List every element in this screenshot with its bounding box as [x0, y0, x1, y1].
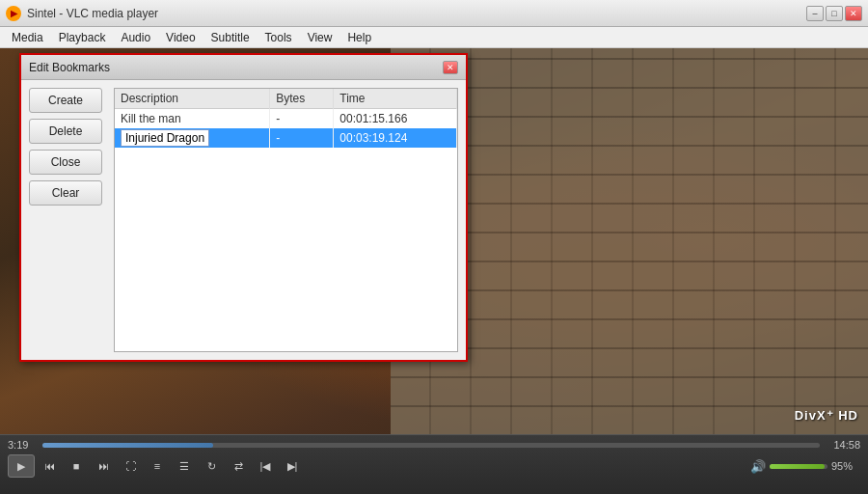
col-description: Description — [115, 89, 270, 109]
seek-bar-fill — [42, 443, 213, 448]
menu-audio[interactable]: Audio — [113, 29, 158, 46]
create-button[interactable]: Create — [29, 88, 102, 113]
menu-video[interactable]: Video — [158, 29, 203, 46]
clear-button[interactable]: Clear — [29, 180, 102, 206]
vlc-icon: ▶ — [6, 6, 21, 21]
menu-playback[interactable]: Playback — [51, 29, 114, 46]
minimize-button[interactable]: – — [806, 6, 824, 21]
divx-logo: DivX⁺ HD — [795, 408, 858, 423]
table-row[interactable]: Injuried Dragon - 00:03:19.124 — [115, 128, 457, 148]
prev-chapter-button[interactable]: ⏮ — [37, 455, 62, 477]
dialog-close-button[interactable]: ✕ — [443, 61, 458, 74]
next-frame-button[interactable]: ▶| — [280, 455, 305, 477]
row1-time: 00:01:15.166 — [334, 109, 457, 129]
maximize-button[interactable]: □ — [826, 6, 843, 21]
menu-media[interactable]: Media — [4, 29, 51, 46]
delete-button[interactable]: Delete — [29, 119, 102, 144]
seek-bar-area: 3:19 14:58 — [0, 435, 868, 453]
bookmarks-table-container: Description Bytes Time Kill the man - 00… — [114, 88, 458, 352]
description-edit-field[interactable]: Injuried Dragon — [121, 129, 209, 147]
menu-subtitle[interactable]: Subtitle — [203, 29, 258, 46]
dialog-content: Create Delete Close Clear Description By… — [21, 80, 466, 360]
row1-bytes: - — [270, 109, 334, 129]
menu-view[interactable]: View — [300, 29, 340, 46]
col-bytes: Bytes — [270, 89, 334, 109]
menu-bar: Media Playback Audio Video Subtitle Tool… — [0, 27, 868, 48]
close-button[interactable]: Close — [29, 150, 102, 175]
row2-description[interactable]: Injuried Dragon — [115, 128, 270, 148]
menu-help[interactable]: Help — [339, 29, 379, 46]
row1-description: Kill the man — [115, 109, 270, 129]
dialog-title-bar: Edit Bookmarks ✕ — [21, 55, 466, 80]
volume-bar[interactable] — [770, 464, 827, 469]
next-chapter-button[interactable]: ⏭ — [91, 455, 116, 477]
playlist-button[interactable]: ☰ — [172, 455, 197, 477]
shuffle-button[interactable]: ⇄ — [226, 455, 251, 477]
row2-bytes: - — [270, 128, 334, 148]
volume-percentage: 95% — [831, 460, 860, 472]
bookmarks-dialog: Edit Bookmarks ✕ Create Delete Close Cle… — [19, 53, 468, 362]
prev-frame-button[interactable]: |◀ — [253, 455, 278, 477]
window-close-button[interactable]: ✕ — [845, 6, 862, 21]
bookmarks-table: Description Bytes Time Kill the man - 00… — [115, 89, 457, 148]
dialog-buttons: Create Delete Close Clear — [29, 88, 106, 352]
volume-area: 🔊 95% — [750, 459, 860, 474]
col-time: Time — [334, 89, 457, 109]
volume-icon: 🔊 — [750, 459, 766, 474]
controls-row: ▶ ⏮ ■ ⏭ ⛶ ≡ ☰ ↻ ⇄ |◀ ▶| 🔊 95% — [0, 453, 868, 480]
menu-tools[interactable]: Tools — [258, 29, 300, 46]
stop-button[interactable]: ■ — [64, 455, 89, 477]
window-controls: – □ ✕ — [806, 6, 862, 21]
row2-time: 00:03:19.124 — [334, 128, 457, 148]
volume-bar-fill — [770, 464, 825, 469]
table-row[interactable]: Kill the man - 00:01:15.166 — [115, 109, 457, 129]
time-total: 14:58 — [826, 439, 860, 451]
loop-button[interactable]: ↻ — [199, 455, 224, 477]
time-current: 3:19 — [8, 439, 37, 451]
window-title: Sintel - VLC media player — [27, 7, 806, 20]
seek-bar[interactable] — [42, 443, 820, 448]
extended-settings-button[interactable]: ≡ — [145, 455, 170, 477]
dialog-title: Edit Bookmarks — [29, 61, 443, 74]
title-bar: ▶ Sintel - VLC media player – □ ✕ — [0, 0, 868, 27]
play-button[interactable]: ▶ — [8, 454, 35, 478]
fullscreen-button[interactable]: ⛶ — [118, 455, 143, 477]
bottom-bar: 3:19 14:58 ▶ ⏮ ■ ⏭ ⛶ ≡ ☰ ↻ ⇄ |◀ ▶| 🔊 95% — [0, 434, 868, 494]
